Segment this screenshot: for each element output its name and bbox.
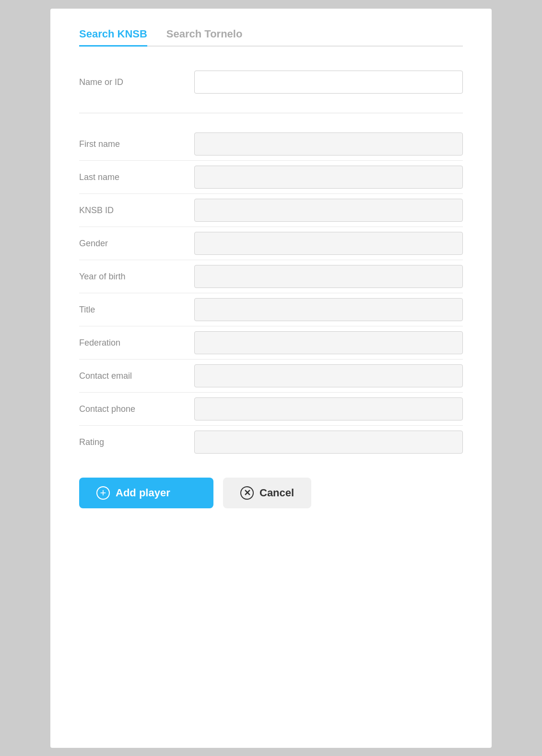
- contact-phone-label: Contact phone: [79, 404, 194, 414]
- tabs-container: Search KNSB Search Tornelo: [79, 28, 463, 47]
- gender-input[interactable]: [194, 232, 463, 255]
- year-of-birth-input[interactable]: [194, 265, 463, 288]
- name-or-id-label: Name or ID: [79, 77, 194, 87]
- federation-row: Federation: [79, 326, 463, 360]
- last-name-row: Last name: [79, 161, 463, 194]
- contact-phone-row: Contact phone: [79, 393, 463, 426]
- title-label: Title: [79, 305, 194, 315]
- name-or-id-row: Name or ID: [79, 66, 463, 98]
- title-row: Title: [79, 293, 463, 326]
- tab-search-tornelo[interactable]: Search Tornelo: [166, 28, 243, 47]
- detail-fields: First name Last name KNSB ID Gender Year…: [79, 128, 463, 458]
- cancel-x-icon: ✕: [240, 486, 254, 500]
- cancel-button[interactable]: ✕ Cancel: [223, 478, 311, 508]
- first-name-label: First name: [79, 139, 194, 149]
- knsb-id-row: KNSB ID: [79, 194, 463, 227]
- contact-email-row: Contact email: [79, 360, 463, 393]
- add-player-button[interactable]: + Add player: [79, 478, 213, 508]
- tab-search-knsb[interactable]: Search KNSB: [79, 28, 147, 47]
- rating-input[interactable]: [194, 431, 463, 454]
- knsb-id-input[interactable]: [194, 199, 463, 222]
- gender-label: Gender: [79, 239, 194, 249]
- knsb-id-label: KNSB ID: [79, 205, 194, 216]
- name-or-id-section: Name or ID: [79, 66, 463, 113]
- gender-row: Gender: [79, 227, 463, 260]
- buttons-row: + Add player ✕ Cancel: [79, 478, 463, 508]
- name-or-id-input[interactable]: [194, 71, 463, 94]
- rating-row: Rating: [79, 426, 463, 458]
- last-name-label: Last name: [79, 172, 194, 182]
- contact-phone-input[interactable]: [194, 397, 463, 420]
- federation-label: Federation: [79, 338, 194, 348]
- last-name-input[interactable]: [194, 166, 463, 189]
- federation-input[interactable]: [194, 331, 463, 354]
- year-of-birth-row: Year of birth: [79, 260, 463, 293]
- contact-email-input[interactable]: [194, 364, 463, 387]
- first-name-input[interactable]: [194, 132, 463, 156]
- add-player-label: Add player: [116, 487, 170, 499]
- add-player-dialog: Search KNSB Search Tornelo Name or ID Fi…: [50, 9, 492, 748]
- cancel-label: Cancel: [259, 487, 294, 499]
- first-name-row: First name: [79, 128, 463, 161]
- year-of-birth-label: Year of birth: [79, 272, 194, 282]
- contact-email-label: Contact email: [79, 371, 194, 381]
- title-input[interactable]: [194, 298, 463, 321]
- rating-label: Rating: [79, 437, 194, 447]
- add-player-plus-icon: +: [96, 486, 110, 500]
